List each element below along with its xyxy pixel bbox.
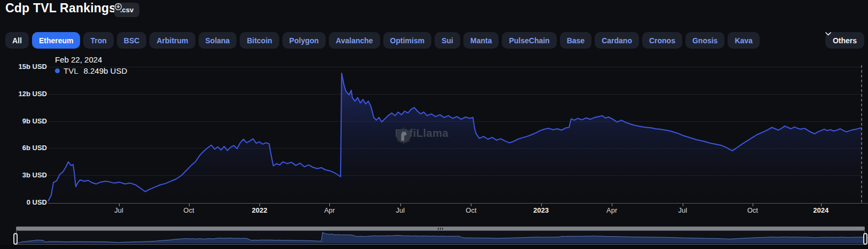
datazoom-slider xyxy=(16,227,865,245)
cdp-tvl-rankings-page: Cdp TVL Rankings .csv AllEthereumTronBSC… xyxy=(0,0,868,249)
footer-strip xyxy=(0,245,868,249)
datazoom-left-handle[interactable] xyxy=(13,233,18,245)
datazoom-mini-chart xyxy=(0,0,868,249)
datazoom-right-handle[interactable] xyxy=(863,233,867,245)
